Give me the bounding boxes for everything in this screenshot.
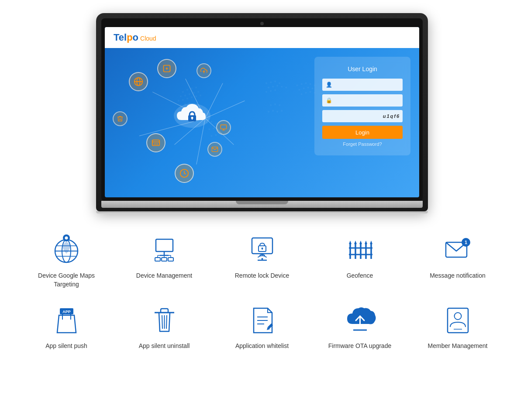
svg-rect-108 <box>168 258 173 261</box>
svg-marker-127 <box>349 241 352 244</box>
device-mgmt-icon <box>147 231 182 266</box>
login-panel: User Login 👤 🔒 u1qf6 Login <box>314 57 410 155</box>
user-icon: 👤 <box>326 82 332 88</box>
svg-marker-131 <box>370 241 372 244</box>
feature-label-app-push: App silent push <box>45 342 87 351</box>
trash-icon-screen <box>113 111 128 126</box>
svg-point-149 <box>454 313 461 320</box>
svg-marker-130 <box>365 241 367 244</box>
svg-rect-107 <box>162 258 167 261</box>
feature-label-member-mgmt: Member Management <box>428 342 488 351</box>
svg-marker-128 <box>354 241 357 244</box>
lock-icon: 🔒 <box>326 97 332 103</box>
laptop-screen-bezel: Telpo Cloud <box>101 18 423 201</box>
feature-label-geofence: Geofence <box>347 272 373 280</box>
features-row-1: Device Google Maps Targeting <box>17 231 507 289</box>
app-whitelist-icon <box>245 302 279 337</box>
svg-rect-84 <box>221 125 226 129</box>
feature-label-device-mgmt: Device Management <box>136 272 192 280</box>
feature-device-mgmt: Device Management <box>125 231 203 280</box>
telpo-logo: Telpo Cloud <box>114 32 156 43</box>
screen-body: User Login 👤 🔒 u1qf6 Login <box>105 48 419 197</box>
captcha-field[interactable]: u1qf6 <box>322 110 403 122</box>
screen-icons <box>105 48 314 197</box>
remote-lock-icon <box>245 231 279 266</box>
laptop-outer: Telpo Cloud <box>96 13 428 211</box>
captcha-value: u1qf6 <box>383 114 400 119</box>
feature-geofence: Geofence <box>321 231 399 280</box>
svg-rect-103 <box>156 239 173 251</box>
email-icon-screen <box>207 142 222 157</box>
globe-icon-screen <box>129 72 148 91</box>
svg-text:1: 1 <box>464 240 467 245</box>
app-uninstall-icon <box>147 302 182 337</box>
svg-rect-106 <box>155 258 160 261</box>
password-field[interactable]: 🔒 <box>322 94 403 107</box>
message-notif-icon: 1 <box>440 231 475 266</box>
brand-name: Telpo <box>114 32 138 43</box>
feature-label-app-whitelist: Application whitelist <box>235 342 289 351</box>
svg-point-102 <box>65 236 68 239</box>
username-field[interactable]: 👤 <box>322 79 403 91</box>
feature-label-firmware-ota: Firmware OTA upgrade <box>328 342 391 351</box>
svg-point-117 <box>261 258 263 260</box>
feature-google-maps: Device Google Maps Targeting <box>27 231 106 289</box>
feature-label-message-notif: Message notification <box>430 272 486 280</box>
upload-icon-screen <box>196 63 211 78</box>
settings-icon-screen <box>146 133 165 152</box>
feature-message-notif: 1 Message notification <box>418 231 497 280</box>
feature-label-app-uninstall: App silent uninstall <box>139 342 190 351</box>
app-push-icon: APP <box>49 302 84 337</box>
svg-text:APP: APP <box>62 310 71 314</box>
firmware-ota-icon <box>342 302 377 337</box>
cloud-lock-screen <box>172 96 212 131</box>
appstore-icon-screen <box>157 59 176 78</box>
forget-password-link[interactable]: Forget Password? <box>322 141 403 147</box>
feature-label-remote-lock: Remote lock Device <box>235 272 290 280</box>
geofence-icon <box>342 231 377 266</box>
brand-cloud: Cloud <box>140 35 156 42</box>
features-section: Device Google Maps Targeting <box>0 218 524 372</box>
svg-rect-87 <box>152 140 160 146</box>
feature-firmware-ota: Firmware OTA upgrade <box>321 302 399 351</box>
feature-member-mgmt: Member Management <box>418 302 497 351</box>
feature-label-google-maps: Device Google Maps Targeting <box>27 272 106 289</box>
svg-line-142 <box>166 315 167 329</box>
svg-marker-129 <box>359 241 362 244</box>
google-maps-icon <box>49 231 84 266</box>
features-row-2: APP App silent push <box>17 302 507 351</box>
svg-rect-95 <box>192 118 193 120</box>
cert-icon-screen <box>175 164 194 183</box>
member-mgmt-icon <box>440 302 475 337</box>
laptop-wrapper: Telpo Cloud <box>96 13 428 214</box>
screen-header: Telpo Cloud <box>105 27 419 48</box>
feature-app-uninstall: App silent uninstall <box>125 302 203 351</box>
feature-app-push: APP App silent push <box>27 302 106 351</box>
feature-remote-lock: Remote lock Device <box>223 231 301 280</box>
laptop-base <box>101 201 423 208</box>
login-button[interactable]: Login <box>322 126 403 139</box>
laptop-screen: Telpo Cloud <box>105 27 419 197</box>
svg-line-140 <box>162 315 162 329</box>
monitor-icon-screen <box>216 120 231 135</box>
feature-app-whitelist: Application whitelist <box>223 302 301 351</box>
login-title: User Login <box>322 65 403 72</box>
laptop-hinge <box>96 211 428 214</box>
laptop-section: Telpo Cloud <box>0 0 524 218</box>
